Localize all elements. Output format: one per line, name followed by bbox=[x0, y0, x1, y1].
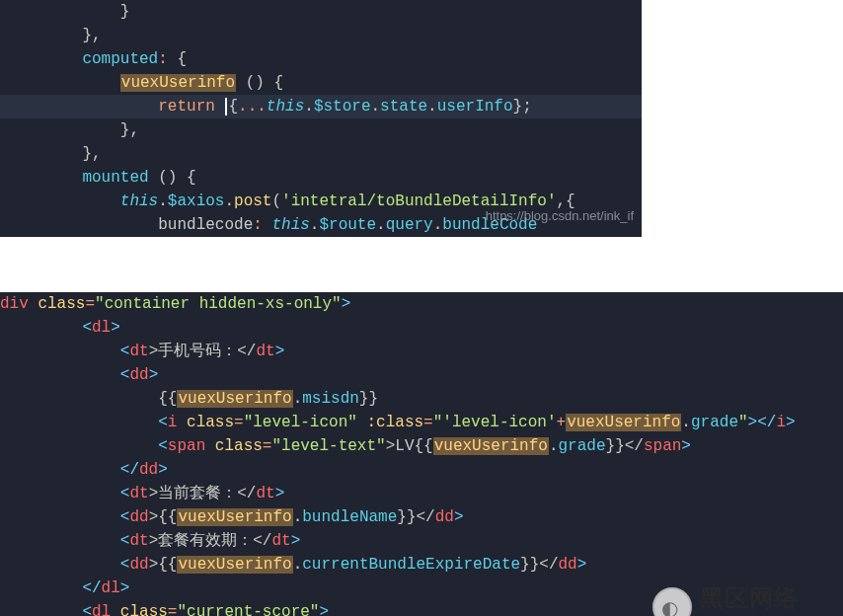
code-line: <dt>当前套餐：</dt> bbox=[0, 482, 843, 505]
code-snippet-js: } }, computed: { vuexUserinfo () { retur… bbox=[0, 0, 642, 237]
highlighted-identifier: vuexUserinfo bbox=[177, 390, 292, 408]
code-line-active: return {...this.$store.state.userInfo}; bbox=[0, 95, 642, 118]
code-snippet-html: div class="container hidden-xs-only"> <d… bbox=[0, 292, 843, 616]
highlighted-identifier: vuexUserinfo bbox=[177, 556, 292, 574]
highlighted-identifier: vuexUserinfo bbox=[120, 74, 236, 92]
code-line: <dl> bbox=[0, 316, 843, 340]
watermark: 黑区网络 https://blog.csdn.net/ink_if bbox=[652, 580, 837, 616]
code-line: <dd>{{vuexUserinfo.currentBundleExpireDa… bbox=[0, 553, 843, 577]
code-line: }, bbox=[0, 142, 642, 166]
watermark-logo-icon bbox=[652, 587, 692, 616]
code-line: </dd> bbox=[0, 458, 843, 482]
highlighted-identifier: vuexUserinfo bbox=[433, 437, 549, 455]
watermark-brand: 黑区网络 bbox=[700, 580, 837, 616]
code-line: computed: { bbox=[0, 47, 642, 71]
code-line: <dt>手机号码：</dt> bbox=[0, 340, 843, 363]
code-line: <span class="level-text">LV{{vuexUserinf… bbox=[0, 434, 843, 458]
code-line: } bbox=[0, 0, 642, 24]
watermark-text: https://blog.csdn.net/ink_if bbox=[486, 206, 634, 226]
code-line: div class="container hidden-xs-only"> bbox=[0, 292, 843, 316]
code-line: }, bbox=[0, 24, 642, 47]
highlighted-identifier: vuexUserinfo bbox=[566, 414, 681, 431]
code-line: <dt>套餐有效期：</dt> bbox=[0, 529, 843, 553]
code-line: <dd> bbox=[0, 363, 843, 387]
code-line: <dd>{{vuexUserinfo.bundleName}}</dd> bbox=[0, 505, 843, 529]
code-line: mounted () { bbox=[0, 166, 642, 190]
code-line: {{vuexUserinfo.msisdn}} bbox=[0, 387, 843, 411]
highlighted-identifier: vuexUserinfo bbox=[177, 508, 292, 526]
code-line: <i class="level-icon" :class="'level-ico… bbox=[0, 411, 843, 434]
code-line: }, bbox=[0, 118, 642, 142]
code-line: vuexUserinfo () { bbox=[0, 71, 642, 95]
